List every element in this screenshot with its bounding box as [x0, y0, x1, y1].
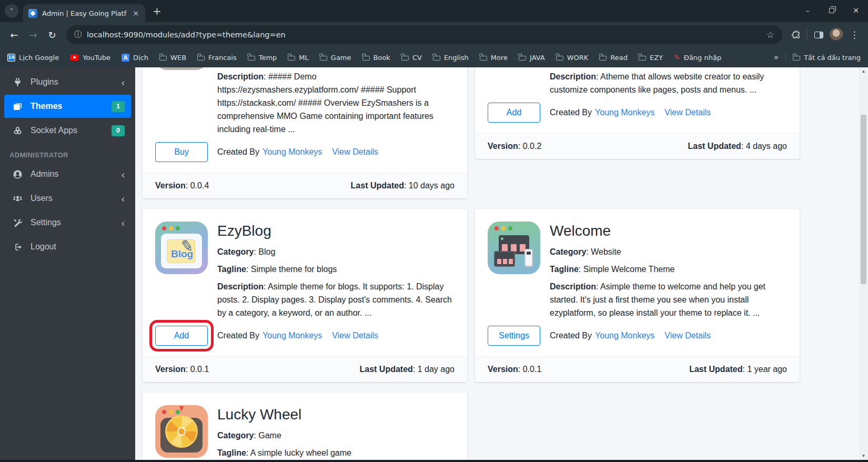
bookmark-folder-cv[interactable]: CV	[401, 54, 422, 62]
toolbar-divider	[807, 30, 808, 39]
chevron-down-icon: ˅	[10, 7, 14, 15]
bookmark-folder-temp[interactable]: Temp	[248, 54, 277, 62]
themes-icon	[12, 102, 23, 111]
folder-icon	[197, 56, 205, 61]
bookmark-dang-nhap[interactable]: ✎Đăng nhập	[674, 53, 721, 62]
last-updated-value: 4 days ago	[746, 142, 787, 150]
sidebar-item-admins[interactable]: Admins ‹	[4, 163, 131, 186]
tagline-label: Tagline	[217, 448, 246, 457]
folder-icon	[480, 56, 487, 61]
bookmark-folder-read[interactable]: Read	[599, 54, 628, 62]
close-window-button[interactable]: ✕	[844, 0, 868, 21]
bookmark-folder-english[interactable]: English	[433, 54, 469, 62]
last-updated-label: Last Updated	[689, 365, 742, 374]
folder-icon	[433, 56, 440, 61]
bookmark-folder-more[interactable]: More	[480, 54, 508, 62]
sidebar-item-plugins[interactable]: Plugins ‹	[4, 71, 131, 94]
last-updated-value: 1 day ago	[418, 365, 455, 374]
view-details-link[interactable]: View Details	[664, 108, 711, 117]
side-panel-button[interactable]	[810, 26, 827, 43]
profile-button[interactable]	[828, 26, 845, 43]
bookmark-folder-work[interactable]: WORK	[556, 54, 589, 62]
address-bar[interactable]: ⓘ localhost:9090/modules/add?type=theme&…	[66, 25, 782, 44]
puzzle-icon	[791, 30, 801, 40]
folder-icon	[159, 56, 167, 61]
back-button[interactable]: ←	[5, 26, 23, 44]
bookmark-folder-game[interactable]: Game	[320, 54, 351, 62]
author-link[interactable]: Young Monkeys	[263, 331, 322, 340]
restore-button[interactable]	[820, 0, 844, 21]
menu-button[interactable]: ⋮	[846, 26, 863, 43]
side-panel-icon	[814, 32, 823, 38]
tagline-label: Tagline	[550, 265, 579, 274]
author-link[interactable]: Young Monkeys	[263, 147, 322, 157]
last-updated-value: 10 days ago	[409, 181, 455, 190]
bookmark-youtube[interactable]: YouTube	[70, 54, 110, 62]
url-text[interactable]: localhost:9090/modules/add?type=theme&la…	[87, 31, 761, 39]
sidebar-item-themes[interactable]: Themes 1	[4, 95, 131, 118]
bookmark-dich[interactable]: ADịch	[122, 54, 148, 62]
chevron-left-icon: ‹	[122, 218, 125, 228]
ezyblog-theme-icon: Blog✎	[155, 222, 208, 274]
bookmark-folder-ezy[interactable]: EZY	[639, 54, 663, 62]
sidebar-item-users[interactable]: Users ‹	[4, 187, 131, 210]
theme-card-ezyblog: Blog✎ EzyBlog Category: Blog Tagline: Si…	[143, 209, 467, 382]
card-footer: Version: 0.0.4 Last Updated: 10 days ago	[143, 173, 467, 198]
avatar	[830, 28, 843, 42]
version-value: 0.0.4	[190, 181, 209, 190]
created-by-label: Created By	[550, 331, 592, 340]
extensions-button[interactable]	[788, 26, 804, 43]
logout-icon	[12, 243, 23, 252]
bookmark-lich-google[interactable]: 19Lịch Google	[7, 54, 59, 62]
author-link[interactable]: Young Monkeys	[595, 108, 654, 117]
all-bookmarks-button[interactable]: Tất cả dấu trang	[793, 54, 861, 62]
scroll-down-icon[interactable]: ▼	[862, 452, 866, 460]
add-theme-button[interactable]: Add	[488, 103, 540, 123]
tab-search-button[interactable]: ˅	[5, 4, 18, 18]
chevron-left-icon: ‹	[122, 77, 125, 87]
version-label: Version	[488, 365, 518, 374]
view-details-link[interactable]: View Details	[664, 331, 711, 340]
scrollbar-thumb[interactable]	[861, 115, 866, 284]
theme-card-lucky-wheel: Lucky Wheel Category: Game Tagline: A si…	[143, 393, 467, 460]
bookmarks-overflow-button[interactable]: »	[774, 53, 779, 62]
category-value: Website	[591, 247, 621, 256]
tagline-label: Tagline	[217, 265, 246, 274]
new-tab-button[interactable]: +	[153, 6, 162, 16]
bookmark-folder-francais[interactable]: Francais	[197, 54, 237, 62]
sidebar-item-socket-apps[interactable]: Socket Apps 0	[4, 119, 131, 142]
bookmark-folder-java[interactable]: JAVA	[519, 54, 545, 62]
admin-app: Plugins ‹ Themes 1 Socket Apps 0 ADMINIS…	[0, 67, 868, 460]
browser-tab[interactable]: Admin | Easy Going Platform ×	[23, 4, 145, 22]
sidebar-item-settings[interactable]: Settings ‹	[4, 211, 131, 234]
site-info-icon[interactable]: ⓘ	[74, 30, 82, 39]
users-icon	[12, 194, 23, 203]
sidebar-item-logout[interactable]: Logout	[4, 235, 131, 258]
folder-icon	[248, 56, 255, 61]
buy-theme-button[interactable]: Buy	[155, 142, 208, 162]
reload-button[interactable]: ↻	[43, 26, 61, 44]
tab-close-icon[interactable]: ×	[132, 9, 140, 17]
bookmark-star-icon[interactable]: ☆	[766, 29, 774, 40]
bookmark-folder-ml[interactable]: ML	[288, 54, 308, 62]
site-favicon-icon	[28, 9, 37, 18]
add-theme-button-highlighted[interactable]: Add	[155, 326, 208, 346]
card-footer: Version: 0.0.1 Last Updated: 1 day ago	[143, 356, 467, 382]
author-link[interactable]: Young Monkeys	[595, 331, 654, 340]
socket-apps-count-badge: 0	[112, 125, 125, 136]
pencil-icon: ✎	[179, 236, 195, 256]
forward-button[interactable]: →	[24, 26, 42, 44]
view-details-link[interactable]: View Details	[332, 331, 378, 340]
card-footer: Version: 0.0.1 Last Updated: 1 year ago	[475, 356, 800, 382]
page-scrollbar[interactable]: ▲ ▼	[859, 67, 868, 460]
bookmark-folder-web[interactable]: WEB	[159, 54, 186, 62]
bookmark-folder-book[interactable]: Book	[362, 54, 390, 62]
minimize-button[interactable]: –	[795, 0, 820, 21]
last-updated-label: Last Updated	[359, 365, 412, 374]
tagline-value: Simple theme for blogs	[251, 265, 337, 274]
view-details-link[interactable]: View Details	[332, 147, 378, 157]
last-updated-value: 1 year ago	[747, 365, 787, 374]
version-label: Version	[488, 142, 518, 150]
scroll-up-icon[interactable]: ▲	[862, 67, 866, 75]
settings-theme-button[interactable]: Settings	[488, 326, 540, 346]
